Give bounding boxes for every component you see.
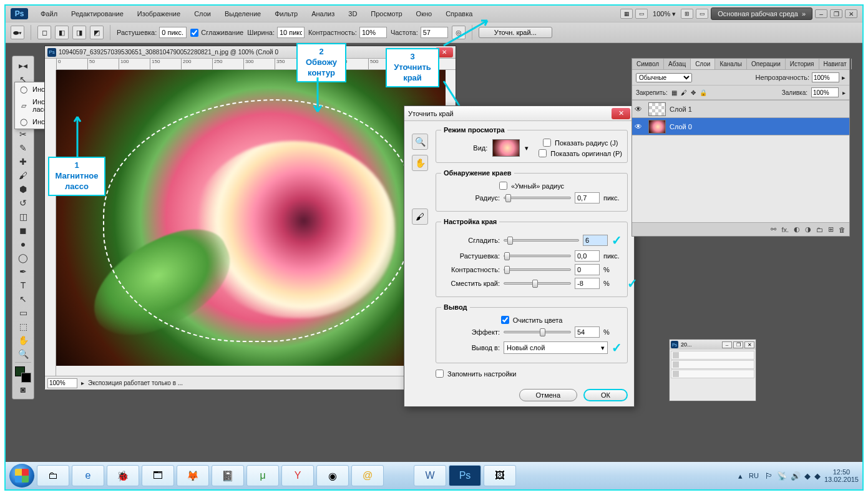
handle-icon[interactable]: ▸◂: [14, 59, 32, 72]
taskbar-app-icon[interactable]: 📓: [212, 465, 244, 486]
menu-filter[interactable]: Фильтр: [268, 7, 304, 20]
layer-row[interactable]: 👁 Слой 1: [632, 100, 849, 117]
tab-channels[interactable]: Каналы: [715, 59, 747, 69]
dropdown-icon[interactable]: ▾: [525, 144, 529, 152]
zoom-level[interactable]: 100% ▾: [650, 9, 678, 19]
shift-edge-slider[interactable]: [504, 282, 571, 285]
blur-tool-icon[interactable]: ●: [14, 237, 32, 251]
screen-mode-icon[interactable]: ▭: [696, 9, 708, 19]
tray-volume-icon[interactable]: 🔊: [791, 471, 801, 481]
dlg-feather-input[interactable]: [575, 250, 600, 262]
taskbar-mail-icon[interactable]: @: [351, 465, 384, 486]
tray-network-icon[interactable]: 📡: [777, 471, 787, 481]
blend-mode-select[interactable]: Обычные: [636, 73, 692, 82]
amount-input[interactable]: [575, 326, 600, 338]
fill-input[interactable]: [811, 87, 839, 97]
taskbar-yandex-icon[interactable]: Y: [281, 465, 314, 486]
color-swatches[interactable]: [15, 366, 31, 383]
hand-tool-icon[interactable]: ✋: [412, 155, 428, 171]
shape-tool-icon[interactable]: ▭: [14, 306, 32, 320]
smooth-slider[interactable]: [504, 239, 579, 242]
opacity-flyout-icon[interactable]: ▸: [842, 74, 846, 82]
group-icon[interactable]: 🗀: [816, 226, 823, 233]
lock-transparency-icon[interactable]: ▦: [671, 89, 677, 96]
dlg-contrast-slider[interactable]: [504, 268, 571, 271]
gradient-tool-icon[interactable]: ◼: [14, 223, 32, 237]
dialog-close-icon[interactable]: ✕: [612, 108, 630, 119]
refine-edge-button[interactable]: Уточн. край...: [479, 27, 552, 38]
tool-preset-icon[interactable]: ⬬▾: [11, 26, 24, 39]
fill-flyout-icon[interactable]: ▸: [842, 89, 846, 96]
refine-brush-icon[interactable]: 🖌: [412, 208, 428, 225]
taskbar-utorrent-icon[interactable]: μ: [246, 465, 279, 486]
3d-tool-icon[interactable]: ⬚: [14, 320, 32, 333]
window-restore[interactable]: ❐: [830, 9, 842, 18]
antialias-checkbox[interactable]: [190, 29, 198, 37]
ruler-vertical[interactable]: [45, 70, 56, 376]
link-layers-icon[interactable]: ⚯: [771, 225, 776, 233]
selection-new-icon[interactable]: ◻: [37, 26, 51, 39]
feather-input[interactable]: [159, 27, 187, 38]
path-select-icon[interactable]: ↖: [14, 292, 32, 306]
amount-slider[interactable]: [504, 331, 571, 333]
quick-mask-icon[interactable]: ◙: [14, 383, 32, 396]
layer-thumb[interactable]: [648, 120, 666, 134]
zoom-tool-icon[interactable]: 🔍: [412, 134, 428, 150]
menu-image[interactable]: Изображение: [131, 7, 187, 20]
width-input[interactable]: [277, 27, 305, 38]
visibility-icon[interactable]: 👁: [635, 122, 645, 131]
mini-minimize[interactable]: –: [722, 341, 732, 348]
menu-layer[interactable]: Слои: [188, 7, 217, 20]
mini-close[interactable]: ✕: [744, 341, 754, 348]
zoom-tool-icon[interactable]: 🔍: [14, 347, 32, 361]
menu-help[interactable]: Справка: [439, 7, 479, 20]
menu-analysis[interactable]: Анализ: [305, 7, 341, 20]
taskbar-ie-icon[interactable]: e: [72, 465, 104, 486]
hand-tool-icon[interactable]: ✋: [14, 333, 32, 347]
arrange-icon[interactable]: ⊞: [681, 9, 693, 19]
tray-show-hidden-icon[interactable]: ▴: [738, 471, 743, 481]
contrast-input[interactable]: [359, 27, 387, 38]
smooth-input[interactable]: [583, 235, 608, 246]
eyedropper-tool-icon[interactable]: ✎: [14, 141, 32, 155]
adjustment-icon[interactable]: ◑: [805, 225, 811, 233]
mini-titlebar[interactable]: Ps 20... – ❐ ✕: [670, 340, 756, 350]
window-close[interactable]: ✕: [845, 9, 857, 18]
zoom-status-input[interactable]: [47, 378, 77, 388]
mini-row[interactable]: [671, 360, 754, 369]
taskbar-word-icon[interactable]: W: [414, 465, 446, 486]
lock-pixels-icon[interactable]: 🖌: [681, 89, 687, 96]
selection-subtract-icon[interactable]: ◨: [72, 26, 86, 39]
start-button[interactable]: [9, 464, 34, 488]
taskbar-app-icon[interactable]: 🗔: [142, 465, 174, 486]
lock-all-icon[interactable]: 🔒: [700, 89, 707, 96]
workspace-switcher[interactable]: Основная рабочая среда»: [711, 7, 812, 20]
mini-restore[interactable]: ❐: [733, 341, 743, 348]
taskbar-photoshop-icon[interactable]: Ps: [449, 465, 481, 486]
dlg-feather-slider[interactable]: [504, 255, 571, 257]
pen-tool-icon[interactable]: ✒: [14, 265, 32, 278]
history-brush-icon[interactable]: ↺: [14, 196, 32, 210]
new-layer-icon[interactable]: ⊞: [828, 225, 834, 233]
window-minimize[interactable]: –: [815, 9, 827, 18]
radius-slider[interactable]: [504, 197, 571, 199]
dodge-tool-icon[interactable]: ◯: [14, 251, 32, 265]
brush-tool-icon[interactable]: 🖌: [14, 169, 32, 182]
clock[interactable]: 12:50 13.02.2015: [824, 468, 859, 483]
taskbar-app-icon[interactable]: 🐞: [107, 465, 139, 486]
layer-name[interactable]: Слой 1: [670, 105, 692, 113]
frequency-input[interactable]: [421, 27, 448, 38]
tab-actions[interactable]: Операции: [747, 59, 786, 69]
tab-paragraph[interactable]: Абзац: [664, 59, 691, 69]
menu-window[interactable]: Окно: [410, 7, 439, 20]
mini-row[interactable]: [671, 351, 754, 360]
ok-button[interactable]: ОК: [583, 389, 628, 401]
tray-flag-icon[interactable]: 🏳: [765, 471, 773, 481]
fx-icon[interactable]: fx.: [781, 226, 789, 233]
decontaminate-checkbox[interactable]: [501, 316, 509, 324]
view-mode-thumb[interactable]: [492, 139, 520, 157]
taskbar-explorer-icon[interactable]: 🗀: [37, 465, 69, 486]
view-extras-icon[interactable]: ▭: [635, 9, 648, 19]
tray-app-icon[interactable]: ◆: [804, 471, 811, 481]
menu-edit[interactable]: Редактирование: [65, 7, 130, 20]
